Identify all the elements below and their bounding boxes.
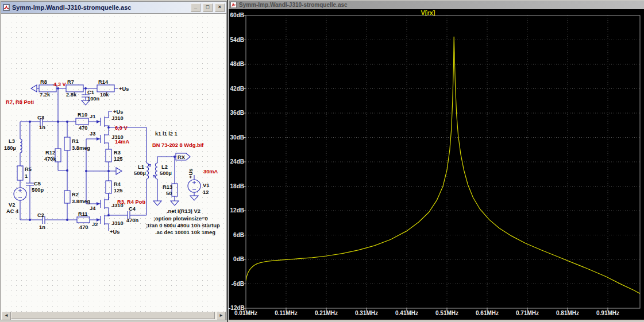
svg-text:R10: R10 — [78, 112, 87, 118]
annotation-bias-top: 4,3 V — [53, 82, 67, 87]
directive-coupling: k1 l1 l2 1 — [155, 131, 178, 137]
scrollbar-thumb[interactable] — [11, 312, 215, 319]
annotation-poti-top: R7, R8 Poti — [6, 99, 34, 105]
ground-flag-r13[interactable] — [171, 201, 179, 205]
ground-flag-left[interactable] — [31, 85, 37, 92]
directive-net: .net I(R13) V2 — [167, 208, 200, 214]
jfet-J2[interactable] — [97, 215, 109, 229]
horizontal-scrollbar[interactable]: ◄ ► — [2, 312, 226, 319]
jfet-J3[interactable] — [97, 127, 109, 149]
svg-text:50: 50 — [166, 191, 172, 196]
svg-text:J2: J2 — [92, 222, 98, 227]
inductor-L2[interactable] — [153, 163, 157, 179]
schematic-window: Symm-Imp.Wandl-J310-stromquelle.asc _ □ … — [1, 1, 227, 320]
svg-text:500p: 500p — [32, 187, 44, 193]
ground-flag-right[interactable] — [116, 168, 122, 174]
svg-text:1: 1 — [25, 173, 28, 179]
net-flag-rx[interactable]: RX — [176, 153, 190, 160]
svg-text:L2: L2 — [161, 164, 168, 170]
trace-vrx[interactable] — [246, 37, 640, 294]
annotation-current-right: 30mA — [203, 169, 218, 174]
svg-text:C1: C1 — [87, 90, 94, 95]
svg-text:470: 470 — [79, 224, 88, 230]
svg-text:R14: R14 — [98, 79, 109, 85]
svg-text:C4: C4 — [129, 206, 136, 212]
scroll-left-button[interactable]: ◄ — [2, 312, 11, 320]
svg-text:125: 125 — [114, 188, 123, 193]
svg-text:C2: C2 — [37, 212, 44, 218]
waveform-window: Symm-Imp.Wandl-J310-stromquelle.asc V[rx… — [228, 1, 644, 321]
annotation-transformer: BN 73-202 8 Wdg.bif — [152, 142, 204, 148]
ltspice-waveform-icon — [230, 2, 237, 8]
svg-text:C5: C5 — [34, 181, 41, 187]
schematic-drawing: RX +Us +Us +Us +Us R8 7.2k R7 2.8k R14 1… — [2, 14, 226, 312]
svg-text:R7: R7 — [67, 79, 74, 85]
inductor-L1[interactable] — [146, 163, 151, 179]
plot-svg[interactable] — [229, 9, 644, 320]
svg-text:AC 4: AC 4 — [6, 208, 19, 214]
svg-text:R12: R12 — [45, 150, 55, 156]
svg-text:L1: L1 — [138, 164, 144, 170]
svg-text:R5: R5 — [25, 166, 32, 172]
source-V2[interactable] — [14, 188, 26, 200]
directive-option: ;option plotwinsize=0 — [153, 216, 208, 222]
svg-text:J1: J1 — [90, 114, 95, 119]
plot-gridlines — [246, 15, 640, 308]
jfet-J1[interactable] — [97, 111, 109, 127]
scroll-right-button[interactable]: ► — [217, 312, 226, 320]
svg-text:470n: 470n — [126, 218, 139, 223]
inductor-L3[interactable] — [20, 139, 22, 153]
svg-text:J310: J310 — [111, 115, 124, 121]
svg-text:3.8meg: 3.8meg — [72, 145, 90, 151]
svg-text:100n: 100n — [87, 96, 100, 102]
plot-pane-border — [246, 15, 640, 308]
svg-text:R11: R11 — [78, 211, 88, 217]
net-flag-label: RX — [178, 154, 186, 160]
svg-text:R3: R3 — [114, 150, 121, 156]
svg-text:R13: R13 — [163, 184, 172, 190]
svg-text:V2: V2 — [9, 202, 15, 208]
svg-text:R1: R1 — [72, 138, 79, 144]
svg-text:470: 470 — [79, 125, 88, 131]
svg-text:V1: V1 — [203, 183, 209, 188]
close-button[interactable]: × — [215, 3, 225, 12]
ltspice-schematic-icon — [3, 4, 10, 11]
svg-text:500µ: 500µ — [134, 170, 146, 176]
annotation-current-mid: 14mA — [115, 139, 130, 145]
svg-text:J4: J4 — [90, 205, 96, 211]
maximize-button[interactable]: □ — [203, 3, 213, 12]
waveform-titlebar[interactable]: Symm-Imp.Wandl-J310-stromquelle.asc — [229, 1, 644, 10]
power-label-us-j1: +Us — [113, 109, 123, 115]
svg-text:12: 12 — [203, 189, 209, 195]
axis-tick-marks — [243, 15, 608, 311]
jfet-J4[interactable] — [97, 193, 109, 215]
directive-tran: ;tran 0 500u 490u 10n startup — [146, 223, 220, 228]
svg-text:7.2k: 7.2k — [40, 92, 51, 98]
annotation-poti-mid: R3, R4 Poti — [117, 199, 145, 205]
power-label-us-top: +Us — [119, 86, 129, 92]
directive-ac: .ac dec 10001 10k 1meg — [155, 230, 215, 235]
window-title: Symm-Imp.Wandl-J310-stromquelle.asc — [12, 4, 188, 11]
svg-text:R2: R2 — [72, 192, 79, 197]
ground-flag-l2[interactable] — [153, 201, 161, 205]
annotation-bias-mid: 6,0 V — [115, 125, 128, 131]
schematic-canvas[interactable]: RX +Us +Us +Us +Us R8 7.2k R7 2.8k R14 1… — [2, 14, 226, 312]
plot-region[interactable]: V[rx] 60dB54dB48dB42dB36dB30dB24dB18dB12… — [229, 9, 644, 319]
svg-text:2.8k: 2.8k — [66, 92, 77, 98]
svg-text:J3: J3 — [90, 131, 95, 137]
ground-flag-v1[interactable] — [190, 196, 198, 200]
svg-text:J310: J310 — [111, 220, 124, 226]
svg-text:10k: 10k — [100, 92, 109, 98]
svg-text:R8: R8 — [40, 79, 47, 85]
svg-text:500µ: 500µ — [160, 170, 172, 176]
svg-text:125: 125 — [114, 156, 123, 162]
svg-text:R4: R4 — [114, 181, 121, 187]
minimize-button[interactable]: _ — [191, 3, 200, 12]
schematic-titlebar[interactable]: Symm-Imp.Wandl-J310-stromquelle.asc _ □ … — [1, 2, 226, 14]
resistor-symbols[interactable] — [17, 85, 178, 223]
svg-text:1n: 1n — [39, 125, 45, 130]
power-label-us-j2: +Us — [110, 229, 119, 235]
source-V1[interactable] — [188, 180, 200, 192]
desktop: { "left_window": { "title": "Symm-Imp.Wa… — [0, 0, 644, 322]
window-title: Symm-Imp.Wandl-J310-stromquelle.asc — [239, 2, 348, 8]
